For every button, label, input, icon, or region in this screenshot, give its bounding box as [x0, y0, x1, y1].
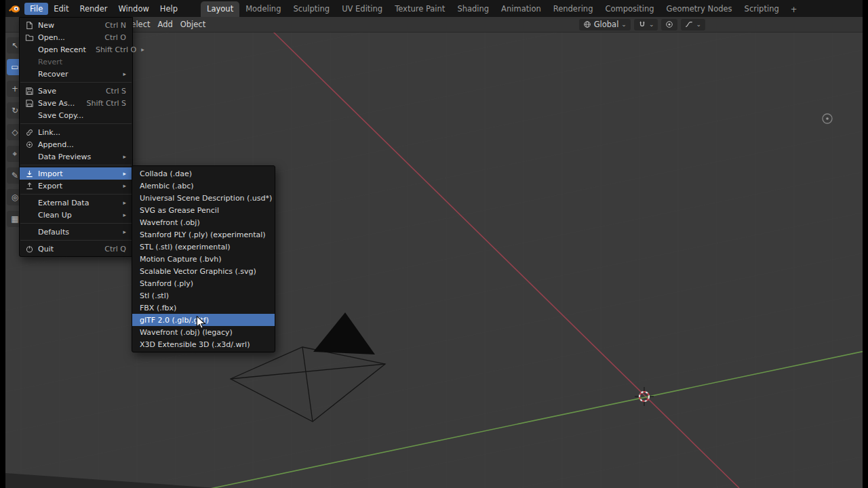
file-menu-item-recover[interactable]: Recover ▸ [20, 68, 132, 80]
falloff-curve-icon [685, 20, 693, 28]
submenu-arrow-icon: ▸ [123, 70, 126, 77]
menu-item-label: Revert [38, 58, 126, 66]
file-menu-item-save-as[interactable]: Save As... Shift Ctrl S [20, 97, 132, 109]
header-menu-add[interactable]: Add [157, 20, 180, 29]
file-menu-item-save[interactable]: Save Ctrl S [20, 85, 132, 97]
link-icon [25, 128, 38, 137]
import-item-wavefront-obj[interactable]: Wavefront (.obj) [132, 216, 275, 228]
file-menu-item-quit[interactable]: Quit Ctrl Q [20, 243, 132, 255]
tab-compositing[interactable]: Compositing [599, 1, 660, 17]
menu-item-shortcut: Ctrl O [104, 33, 126, 42]
menu-item-label: Save [38, 87, 96, 96]
import-item-alembic[interactable]: Alembic (.abc) [132, 180, 275, 192]
file-menu-item-data-previews[interactable]: Data Previews ▸ [20, 150, 132, 163]
menu-item-label: Wavefront (.obj) (legacy) [140, 328, 233, 337]
file-menu-item-external-data[interactable]: External Data ▸ [20, 197, 132, 209]
file-menu-item-import[interactable]: Import ▸ [20, 167, 132, 180]
snap-toggle-button[interactable]: ⌄ [634, 19, 658, 30]
topbar: File Edit Render Window Help Layout Mode… [0, 0, 868, 17]
menu-item-label: Stl (.stl) [140, 291, 169, 300]
letterbox-left [0, 0, 5, 488]
file-menu-item-save-copy[interactable]: Save Copy... [20, 109, 132, 121]
menu-edit[interactable]: Edit [48, 3, 74, 15]
menu-item-label: Universal Scene Description (.usd*) [140, 194, 272, 203]
tab-geometry-nodes[interactable]: Geometry Nodes [660, 1, 738, 17]
file-menu-item-new[interactable]: New Ctrl N [20, 19, 132, 31]
menu-separator [20, 223, 132, 224]
tab-sculpting[interactable]: Sculpting [287, 1, 336, 17]
menu-item-label: FBX (.fbx) [140, 304, 176, 312]
chevron-down-icon: ⌄ [649, 22, 654, 28]
menu-render[interactable]: Render [75, 3, 113, 15]
power-icon [25, 245, 38, 253]
save-as-icon [25, 99, 38, 108]
import-item-stl[interactable]: Stl (.stl) [132, 289, 275, 302]
tab-texture-paint[interactable]: Texture Paint [389, 1, 451, 17]
tab-layout[interactable]: Layout [201, 1, 239, 17]
add-cube-icon: ▦ [11, 214, 18, 224]
import-item-wavefront-obj-legacy[interactable]: Wavefront (.obj) (legacy) [132, 326, 275, 338]
menu-item-label: Export [38, 182, 118, 190]
menu-help[interactable]: Help [155, 3, 183, 15]
tab-shading[interactable]: Shading [451, 1, 495, 17]
import-submenu: Collada (.dae) Alembic (.abc) Universal … [132, 165, 275, 352]
menu-item-shortcut: Ctrl N [105, 21, 126, 30]
import-item-stanford-ply-experimental[interactable]: Stanford PLY (.ply) (experimental) [132, 228, 275, 241]
import-item-stl-experimental[interactable]: STL (.stl) (experimental) [132, 241, 275, 253]
blender-logo-icon[interactable] [7, 3, 22, 15]
add-workspace-button[interactable]: + [785, 2, 803, 17]
transform-orientation-dropdown[interactable]: Global ⌄ [579, 19, 631, 30]
file-menu-dropdown: New Ctrl N Open... Ctrl O Open Recent Sh… [19, 17, 133, 257]
menu-file[interactable]: File [24, 3, 48, 15]
file-menu-item-export[interactable]: Export ▸ [20, 180, 132, 192]
annotate-icon: ✎ [12, 171, 18, 180]
proportional-editing-button[interactable] [661, 19, 677, 30]
file-menu-item-revert[interactable]: Revert [20, 56, 132, 68]
file-menu-item-append[interactable]: Append... [20, 138, 132, 150]
file-menu-item-defaults[interactable]: Defaults ▸ [20, 226, 132, 238]
menu-item-label: Import [38, 169, 118, 178]
import-item-collada[interactable]: Collada (.dae) [132, 167, 275, 180]
file-menu-item-open[interactable]: Open... Ctrl O [20, 31, 132, 43]
tab-modeling[interactable]: Modeling [239, 1, 287, 17]
menu-item-label: Clean Up [38, 211, 118, 220]
import-item-svg-grease-pencil[interactable]: SVG as Grease Pencil [132, 204, 275, 216]
tweak-cursor-icon: ↖ [12, 41, 18, 50]
import-item-gltf[interactable]: glTF 2.0 (.glb/.gltf) [132, 314, 275, 326]
tab-rendering[interactable]: Rendering [547, 1, 599, 17]
submenu-arrow-icon: ▸ [123, 153, 126, 160]
tab-animation[interactable]: Animation [495, 1, 547, 17]
3d-cursor[interactable] [635, 387, 654, 406]
menu-separator [20, 82, 132, 83]
measure-icon: ◎ [12, 192, 18, 202]
menu-item-label: Open Recent [38, 45, 86, 54]
menu-item-shortcut: Ctrl S [106, 87, 126, 96]
submenu-arrow-icon: ▸ [123, 228, 126, 235]
tab-scripting[interactable]: Scripting [738, 1, 785, 17]
menu-separator [20, 123, 132, 124]
chevron-down-icon: ⌄ [696, 22, 701, 28]
import-item-usd[interactable]: Universal Scene Description (.usd*) [132, 192, 275, 204]
menu-item-label: Stanford (.ply) [140, 279, 193, 288]
file-menu-item-open-recent[interactable]: Open Recent Shift Ctrl O ▸ [20, 43, 132, 56]
grid-edge-shadow [5, 473, 225, 488]
export-icon [25, 182, 38, 190]
menu-window[interactable]: Window [113, 3, 154, 15]
chevron-down-icon: ⌄ [621, 22, 627, 28]
import-item-motion-capture[interactable]: Motion Capture (.bvh) [132, 253, 275, 265]
import-item-x3d[interactable]: X3D Extensible 3D (.x3d/.wrl) [132, 338, 275, 350]
falloff-dropdown[interactable]: ⌄ [681, 19, 705, 30]
transform-icon: ⌖ [13, 149, 18, 159]
magnet-icon [638, 20, 646, 28]
import-item-scalable-vector-graphics[interactable]: Scalable Vector Graphics (.svg) [132, 265, 275, 277]
file-menu-item-link[interactable]: Link... [20, 126, 132, 138]
import-item-stanford-ply[interactable]: Stanford (.ply) [132, 277, 275, 289]
viewport-gizmo[interactable] [823, 114, 832, 123]
import-item-fbx[interactable]: FBX (.fbx) [132, 302, 275, 314]
menu-separator [20, 165, 132, 165]
header-menu-object[interactable]: Object [180, 20, 213, 29]
append-icon [25, 140, 38, 149]
menu-item-label: Open... [38, 33, 95, 42]
tab-uv-editing[interactable]: UV Editing [336, 1, 389, 17]
file-menu-item-clean-up[interactable]: Clean Up ▸ [20, 209, 132, 221]
